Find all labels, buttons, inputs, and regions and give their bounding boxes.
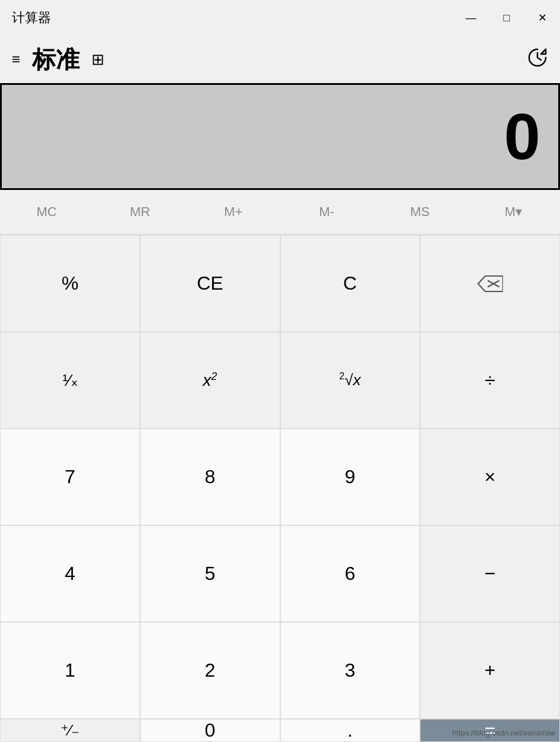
equals-button[interactable]: = bbox=[420, 719, 560, 742]
ms-button[interactable]: MS bbox=[374, 190, 467, 234]
grid-icon[interactable]: ⊞ bbox=[91, 50, 105, 69]
minus-button[interactable]: − bbox=[420, 525, 560, 622]
backspace-button[interactable] bbox=[420, 235, 560, 332]
divide-button[interactable]: ÷ bbox=[420, 332, 560, 429]
percent-button[interactable]: % bbox=[0, 235, 140, 332]
sqrt-button[interactable]: 2√x bbox=[280, 332, 420, 429]
history-button[interactable] bbox=[527, 47, 548, 72]
minimize-button[interactable]: — bbox=[453, 0, 489, 36]
mc-button[interactable]: MC bbox=[0, 190, 93, 234]
square-label: x2 bbox=[203, 370, 217, 390]
two-button[interactable]: 2 bbox=[140, 622, 280, 719]
mode-title: 标准 bbox=[32, 43, 80, 76]
negate-label: ⁺∕₋ bbox=[61, 721, 80, 740]
c-button[interactable]: C bbox=[280, 235, 420, 332]
display-area: 0 bbox=[0, 83, 560, 190]
button-grid: % CE C ¹⁄ₓ x2 2√x ÷ 7 8 9 × 4 5 6 − 1 2 … bbox=[0, 234, 560, 742]
decimal-button[interactable]: . bbox=[280, 719, 420, 742]
zero-button[interactable]: 0 bbox=[140, 719, 280, 742]
reciprocal-label: ¹⁄ₓ bbox=[62, 370, 78, 390]
reciprocal-button[interactable]: ¹⁄ₓ bbox=[0, 332, 140, 429]
close-button[interactable]: ✕ bbox=[524, 0, 560, 36]
app-title: 计算器 bbox=[0, 9, 51, 27]
nine-button[interactable]: 9 bbox=[280, 429, 420, 525]
mplus-button[interactable]: M+ bbox=[186, 190, 280, 234]
title-bar: 计算器 — □ ✕ bbox=[0, 0, 560, 36]
sqrt-label: 2√x bbox=[339, 371, 360, 389]
five-button[interactable]: 5 bbox=[140, 525, 280, 622]
seven-button[interactable]: 7 bbox=[0, 429, 140, 525]
three-button[interactable]: 3 bbox=[280, 622, 420, 719]
mminus-button[interactable]: M- bbox=[280, 190, 374, 234]
four-button[interactable]: 4 bbox=[0, 525, 140, 622]
display-value: 0 bbox=[504, 104, 540, 169]
backspace-icon bbox=[477, 275, 503, 293]
one-button[interactable]: 1 bbox=[0, 622, 140, 719]
six-button[interactable]: 6 bbox=[280, 525, 420, 622]
negate-button[interactable]: ⁺∕₋ bbox=[0, 719, 140, 742]
multiply-button[interactable]: × bbox=[420, 429, 560, 525]
square-button[interactable]: x2 bbox=[140, 332, 280, 429]
sub-header-left: ≡ 标准 ⊞ bbox=[12, 43, 105, 76]
window-controls: — □ ✕ bbox=[453, 0, 560, 36]
mr-button[interactable]: MR bbox=[93, 190, 186, 234]
memory-row: MC MR M+ M- MS M▾ bbox=[0, 190, 560, 234]
plus-button[interactable]: + bbox=[420, 622, 560, 719]
eight-button[interactable]: 8 bbox=[140, 429, 280, 525]
sub-header: ≡ 标准 ⊞ bbox=[0, 36, 560, 83]
ce-button[interactable]: CE bbox=[140, 235, 280, 332]
mdrop-button[interactable]: M▾ bbox=[467, 190, 560, 234]
maximize-button[interactable]: □ bbox=[489, 0, 524, 36]
menu-icon[interactable]: ≡ bbox=[12, 51, 20, 68]
